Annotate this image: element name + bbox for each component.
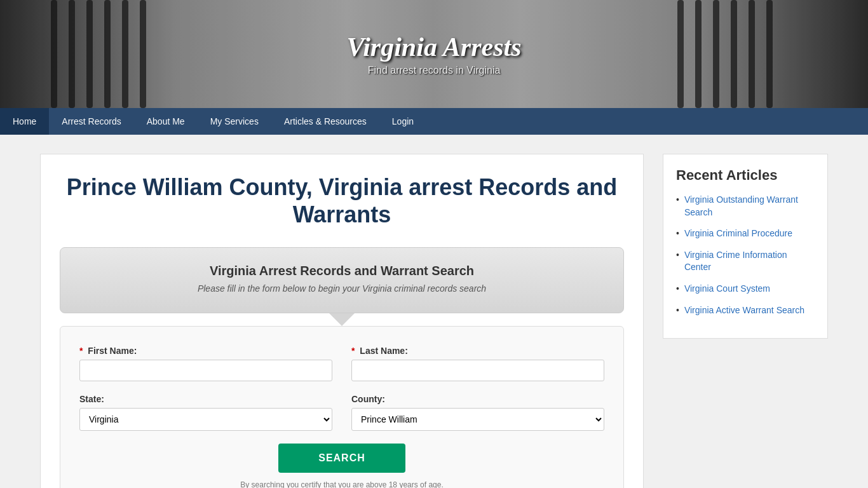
location-row: State: Virginia County: Prince William — [79, 394, 604, 431]
sidebar-link-crime-information[interactable]: Virginia Crime Information Center — [684, 249, 815, 274]
name-row: * First Name: * Last Name: — [79, 346, 604, 381]
county-select[interactable]: Prince William — [351, 408, 604, 431]
list-item: Virginia Court System — [676, 283, 815, 295]
list-item: Virginia Outstanding Warrant Search — [676, 194, 815, 219]
state-group: State: Virginia — [79, 394, 332, 431]
search-box: Virginia Arrest Records and Warrant Sear… — [60, 247, 624, 313]
site-subtitle: Find arrest records in Virginia — [346, 65, 521, 76]
arrow-down — [329, 313, 355, 326]
first-name-label: * First Name: — [79, 346, 332, 356]
sidebar-recent-articles: Recent Articles Virginia Outstanding War… — [663, 154, 828, 339]
form-disclaimer: By searching you certify that you are ab… — [79, 480, 604, 488]
sidebar-link-active-warrant[interactable]: Virginia Active Warrant Search — [684, 304, 804, 317]
navigation: Home Arrest Records About Me My Services… — [0, 108, 868, 135]
sidebar-link-outstanding-warrant[interactable]: Virginia Outstanding Warrant Search — [684, 194, 815, 219]
nav-item-articles[interactable]: Articles & Resources — [271, 108, 379, 135]
search-button[interactable]: SEARCH — [278, 444, 405, 473]
first-name-group: * First Name: — [79, 346, 332, 381]
sidebar-link-criminal-procedure[interactable]: Virginia Criminal Procedure — [684, 227, 792, 240]
sidebar: Recent Articles Virginia Outstanding War… — [663, 154, 828, 488]
state-label: State: — [79, 394, 332, 404]
sidebar-link-court-system[interactable]: Virginia Court System — [684, 283, 770, 295]
nav-item-about-me[interactable]: About Me — [134, 108, 198, 135]
site-title: Virginia Arrests — [346, 32, 521, 62]
nav-item-home[interactable]: Home — [0, 108, 49, 135]
last-name-input[interactable] — [351, 360, 604, 381]
prison-bars-left — [51, 0, 191, 108]
first-name-input[interactable] — [79, 360, 332, 381]
page-title: Prince William County, Virginia arrest R… — [60, 173, 624, 228]
sidebar-title: Recent Articles — [676, 167, 815, 184]
prison-bars-right — [677, 0, 817, 108]
required-star-last: * — [351, 346, 355, 356]
state-select[interactable]: Virginia — [79, 408, 332, 431]
list-item: Virginia Crime Information Center — [676, 249, 815, 274]
site-header: Virginia Arrests Find arrest records in … — [0, 0, 868, 108]
nav-item-my-services[interactable]: My Services — [198, 108, 271, 135]
search-box-title: Virginia Arrest Records and Warrant Sear… — [79, 264, 604, 278]
list-item: Virginia Active Warrant Search — [676, 304, 815, 317]
last-name-label: * Last Name: — [351, 346, 604, 356]
content-area: Prince William County, Virginia arrest R… — [40, 154, 644, 488]
sidebar-links-list: Virginia Outstanding Warrant Search Virg… — [676, 194, 815, 316]
county-label: County: — [351, 394, 604, 404]
nav-item-login[interactable]: Login — [379, 108, 426, 135]
required-star-first: * — [79, 346, 83, 356]
list-item: Virginia Criminal Procedure — [676, 227, 815, 240]
nav-item-arrest-records[interactable]: Arrest Records — [49, 108, 133, 135]
last-name-group: * Last Name: — [351, 346, 604, 381]
header-content: Virginia Arrests Find arrest records in … — [346, 32, 521, 76]
county-group: County: Prince William — [351, 394, 604, 431]
search-box-subtitle: Please fill in the form below to begin y… — [79, 283, 604, 294]
search-form: * First Name: * Last Name: State: — [60, 326, 624, 488]
main-container: Prince William County, Virginia arrest R… — [31, 135, 837, 488]
